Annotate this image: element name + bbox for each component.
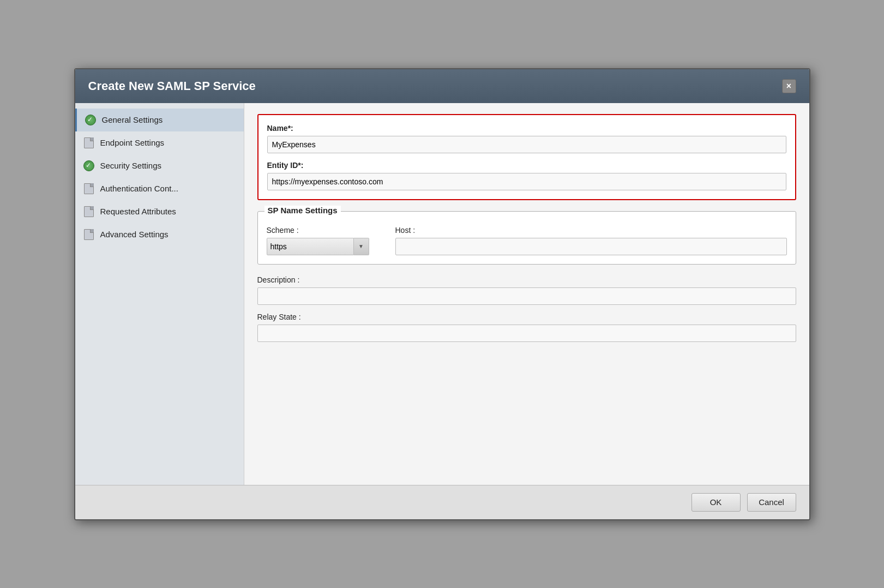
create-saml-sp-dialog: Create New SAML SP Service × General Set… [74, 68, 810, 520]
entity-id-input[interactable] [267, 173, 786, 190]
entity-id-label: Entity ID*: [267, 161, 786, 170]
green-check-icon [85, 114, 97, 126]
entity-id-group: Entity ID*: [267, 161, 786, 190]
name-group: Name*: [267, 124, 786, 153]
name-label: Name*: [267, 124, 786, 133]
relay-state-input[interactable] [257, 325, 796, 342]
scheme-host-row: Scheme : https http ▼ Host : [267, 226, 787, 255]
document-icon-requested [83, 206, 95, 218]
description-group: Description : [257, 275, 796, 305]
description-input[interactable] [257, 287, 796, 305]
sidebar-item-security-settings[interactable]: Security Settings [75, 154, 244, 177]
scheme-select-wrapper: https http ▼ [267, 238, 387, 255]
name-entity-id-box: Name*: Entity ID*: [257, 114, 796, 200]
sidebar-item-label: Requested Attributes [100, 207, 176, 216]
ok-button[interactable]: OK [691, 493, 741, 512]
document-icon-advanced [83, 229, 95, 241]
sidebar-item-requested-attributes[interactable]: Requested Attributes [75, 200, 244, 223]
sidebar-item-advanced-settings[interactable]: Advanced Settings [75, 223, 244, 246]
dialog-body: General Settings Endpoint Settings Secur… [75, 103, 809, 485]
name-input[interactable] [267, 136, 786, 153]
host-input[interactable] [395, 238, 787, 255]
cancel-button[interactable]: Cancel [747, 493, 796, 512]
dialog-footer: OK Cancel [75, 485, 809, 519]
document-icon-endpoint [83, 137, 95, 149]
sidebar-item-endpoint-settings[interactable]: Endpoint Settings [75, 131, 244, 154]
sidebar-item-authentication-cont[interactable]: Authentication Cont... [75, 177, 244, 200]
scheme-group: Scheme : https http ▼ [267, 226, 387, 255]
sidebar: General Settings Endpoint Settings Secur… [75, 103, 244, 485]
main-content: Name*: Entity ID*: SP Name Settings Sche… [244, 103, 809, 485]
relay-state-label: Relay State : [257, 313, 796, 321]
document-icon-auth [83, 183, 95, 195]
host-group: Host : [395, 226, 787, 255]
sidebar-item-label: Endpoint Settings [100, 138, 165, 147]
sidebar-item-label: Authentication Cont... [100, 184, 178, 193]
sp-name-settings-group: SP Name Settings Scheme : https http ▼ [257, 211, 796, 265]
scheme-select-arrow[interactable]: ▼ [354, 238, 369, 255]
sp-name-settings-title: SP Name Settings [264, 206, 341, 215]
sidebar-item-label: Advanced Settings [100, 230, 169, 239]
host-label: Host : [395, 226, 787, 235]
sidebar-item-label: General Settings [102, 115, 163, 124]
sidebar-item-general-settings[interactable]: General Settings [75, 109, 244, 131]
relay-state-group: Relay State : [257, 313, 796, 342]
green-check-icon-security [83, 160, 95, 172]
sidebar-item-label: Security Settings [100, 161, 162, 170]
dialog-header: Create New SAML SP Service × [75, 69, 809, 103]
scheme-select[interactable]: https http [267, 238, 354, 255]
close-button[interactable]: × [782, 79, 796, 93]
description-label: Description : [257, 275, 796, 284]
dialog-title: Create New SAML SP Service [88, 79, 256, 93]
scheme-label: Scheme : [267, 226, 387, 235]
